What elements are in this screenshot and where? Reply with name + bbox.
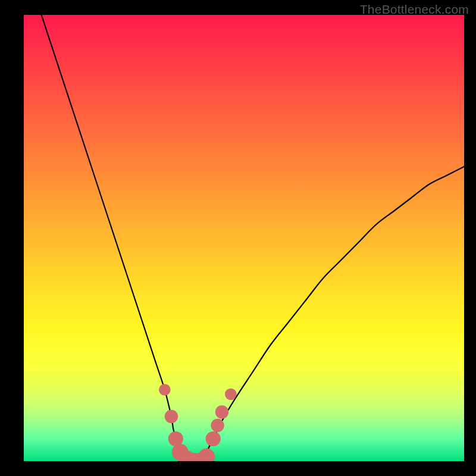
marker-point <box>211 419 224 432</box>
highlighted-markers <box>159 384 237 461</box>
bottleneck-curve <box>42 15 464 461</box>
marker-point <box>159 384 171 396</box>
chart-svg <box>24 15 464 461</box>
marker-point <box>225 389 237 400</box>
marker-point <box>215 405 228 418</box>
marker-point <box>206 431 221 446</box>
watermark-text: TheBottleneck.com <box>360 2 469 17</box>
marker-point <box>198 449 215 462</box>
chart-plot-area <box>24 15 464 461</box>
marker-point <box>165 410 178 423</box>
